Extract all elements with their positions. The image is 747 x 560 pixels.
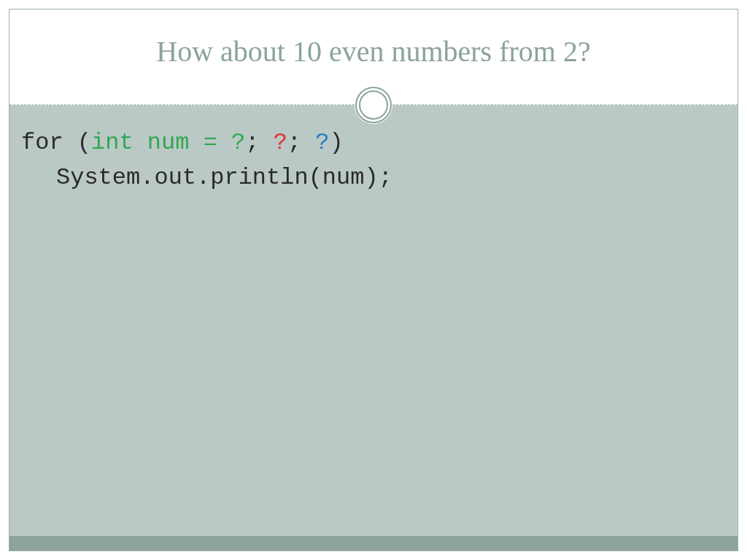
slide-title: How about 10 even numbers from 2? [156, 34, 590, 69]
code-token: ? [315, 129, 329, 156]
code-token: int num = ? [91, 129, 245, 156]
code-token: ; [287, 129, 315, 156]
code-token: ) [329, 129, 343, 156]
code-block: for (int num = ?; ?; ?) System.out.print… [21, 125, 726, 195]
title-area: How about 10 even numbers from 2? [9, 9, 738, 93]
svg-point-1 [360, 91, 387, 119]
code-line: System.out.println(num); [21, 164, 392, 191]
slide-frame: How about 10 even numbers from 2? for (i… [9, 9, 738, 551]
circle-ornament-icon [355, 86, 392, 124]
content-area: for (int num = ?; ?; ?) System.out.print… [9, 105, 738, 536]
code-token: ? [274, 129, 287, 156]
footer-bar [9, 536, 738, 551]
code-token: ; [245, 129, 273, 156]
code-token: for ( [21, 129, 91, 156]
